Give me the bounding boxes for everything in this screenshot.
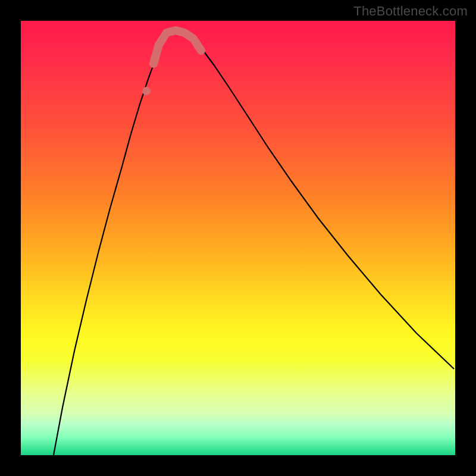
highlight-segment bbox=[154, 30, 201, 64]
highlight-dot bbox=[142, 87, 151, 95]
watermark-text: TheBottleneck.com bbox=[353, 4, 468, 19]
chart-frame: TheBottleneck.com bbox=[0, 0, 476, 476]
plot-area bbox=[21, 21, 455, 455]
curve-layer bbox=[21, 21, 455, 455]
bottleneck-curve bbox=[54, 29, 454, 455]
